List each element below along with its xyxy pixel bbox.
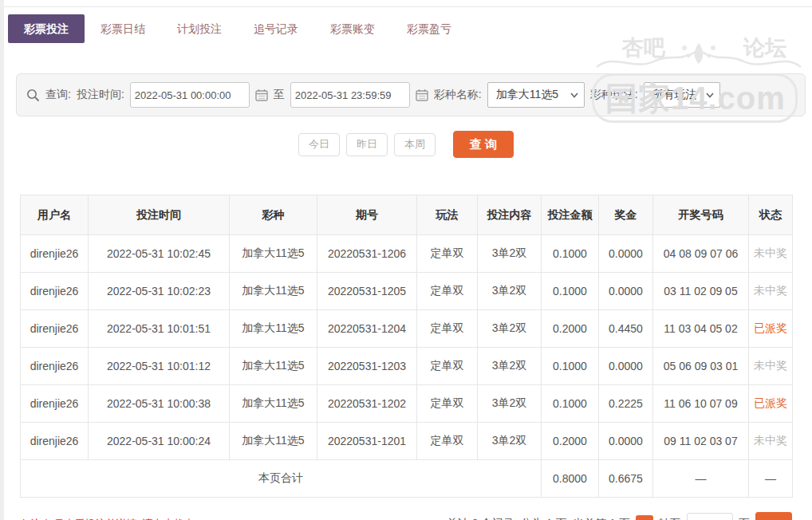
cell-lottery: 加拿大11选5 (230, 348, 317, 385)
cell-user: direnjie26 (21, 348, 89, 385)
search-button[interactable]: 查 询 (453, 131, 514, 158)
cell-play: 定单双 (417, 310, 478, 348)
column-header: 期号 (317, 195, 417, 235)
cell-numbers: 11 03 04 05 02 (653, 310, 749, 348)
table-row: direnjie262022-05-31 10:00:24加拿大11选52022… (21, 423, 793, 460)
cell-time: 2022-05-31 10:02:23 (89, 273, 230, 310)
column-header: 投注时间 (89, 195, 230, 235)
tab-4[interactable]: 彩票账变 (314, 14, 391, 43)
table-row: direnjie262022-05-31 10:02:45加拿大11选52022… (21, 235, 793, 273)
cell-issue: 20220531-1202 (317, 385, 417, 423)
cell-numbers: 11 06 10 07 09 (653, 385, 749, 423)
play-select[interactable]: 所有玩法 (644, 82, 720, 108)
play-type-label: 彩种玩法: (590, 88, 638, 102)
cell-issue: 20220531-1204 (317, 310, 417, 348)
go-button[interactable]: GO (755, 512, 792, 520)
column-header: 投注金额 (542, 195, 599, 235)
cell-status[interactable]: 未中奖 (749, 423, 793, 460)
page-number-input[interactable] (687, 513, 733, 520)
cell-prize: 0.4450 (599, 310, 653, 348)
time-from-input[interactable] (130, 82, 250, 108)
lottery-select[interactable]: 加拿大11选5 (487, 82, 585, 108)
cell-time: 2022-05-31 10:00:38 (89, 385, 230, 423)
page-unit-label: 页 (739, 517, 750, 520)
cell-prize: 0.0000 (599, 348, 653, 385)
cell-content: 3单2双 (478, 273, 542, 310)
summary-amount: 0.8000 (542, 460, 599, 498)
cell-lottery: 加拿大11选5 (230, 235, 317, 273)
tab-0[interactable]: 彩票投注 (8, 14, 85, 43)
summary-draw-dash: — (653, 460, 749, 498)
yesterday-button[interactable]: 昨日 (346, 133, 388, 156)
top-divider (0, 6, 812, 7)
week-button[interactable]: 本周 (394, 133, 436, 156)
cell-numbers: 09 11 02 03 07 (653, 423, 749, 460)
cell-time: 2022-05-31 10:02:45 (89, 235, 230, 273)
tab-5[interactable]: 彩票盈亏 (391, 14, 467, 43)
cell-status[interactable]: 未中奖 (749, 235, 793, 273)
cell-content: 3单2双 (478, 310, 542, 348)
cell-status[interactable]: 已派奖 (749, 310, 793, 348)
cell-status[interactable]: 已派奖 (749, 385, 793, 423)
cell-prize: 0.0000 (599, 423, 653, 460)
cell-issue: 20220531-1206 (317, 235, 417, 273)
query-label: 查询: (45, 88, 71, 102)
table-row: direnjie262022-05-31 10:01:51加拿大11选52022… (21, 310, 793, 348)
lottery-name-label: 彩种名称: (434, 88, 482, 102)
records-summary: 总计 6 个记录, 分为 1 页, 当前第 1 页 (447, 517, 630, 520)
filter-bar: 查询: 投注时间: 至 彩种名称: 加拿大11选5 彩种玩法: 所有玩法 (16, 73, 806, 116)
calendar-icon[interactable] (416, 89, 428, 101)
cell-content: 3单2双 (478, 348, 542, 385)
time-to-input[interactable] (290, 82, 410, 108)
column-header: 用户名 (21, 195, 89, 235)
table-body: direnjie262022-05-31 10:02:45加拿大11选52022… (21, 235, 793, 460)
cell-prize: 0.0000 (599, 235, 653, 273)
chevron-down-icon (570, 90, 579, 100)
cell-user: direnjie26 (21, 310, 89, 348)
summary-status-dash: — (749, 460, 793, 498)
cell-issue: 20220531-1205 (317, 273, 417, 310)
footer: 备注:如需查看投注单详情, 请点击状态 总计 6 个记录, 分为 1 页, 当前… (20, 512, 792, 520)
pagination: 总计 6 个记录, 分为 1 页, 当前第 1 页 1 转至 页 GO (447, 512, 793, 520)
cell-user: direnjie26 (21, 273, 89, 310)
search-icon (26, 89, 40, 102)
tab-bar: 彩票投注彩票日结计划投注追号记录彩票账变彩票盈亏 (8, 14, 812, 43)
play-select-value: 所有玩法 (652, 88, 697, 102)
to-label: 至 (274, 88, 285, 102)
cell-play: 定单双 (417, 348, 478, 385)
cell-content: 3单2双 (478, 423, 542, 460)
cell-issue: 20220531-1203 (317, 348, 417, 385)
summary-row: 本页合计 0.8000 0.6675 — — (21, 460, 793, 498)
quick-buttons-row: 今日 昨日 本周 查 询 (0, 131, 812, 158)
calendar-icon[interactable] (255, 89, 268, 101)
cell-amount: 0.2000 (542, 310, 599, 348)
cell-amount: 0.1000 (542, 273, 599, 310)
cell-amount: 0.1000 (542, 235, 599, 273)
column-header: 状态 (749, 195, 793, 235)
cell-status[interactable]: 未中奖 (749, 348, 793, 385)
column-header: 彩种 (230, 195, 317, 235)
current-page-badge[interactable]: 1 (636, 515, 653, 520)
cell-prize: 0.0000 (599, 273, 653, 310)
tab-1[interactable]: 彩票日结 (85, 14, 161, 43)
cell-status[interactable]: 未中奖 (749, 273, 793, 310)
table-row: direnjie262022-05-31 10:00:38加拿大11选52022… (21, 385, 793, 423)
today-button[interactable]: 今日 (298, 133, 340, 156)
cell-amount: 0.1000 (542, 385, 599, 423)
cell-play: 定单双 (417, 235, 478, 273)
cell-issue: 20220531-1201 (317, 423, 417, 460)
lottery-select-value: 加拿大11选5 (496, 88, 558, 102)
bet-records-table: 用户名投注时间彩种期号玩法投注内容投注金额奖金开奖号码状态 direnjie26… (20, 195, 793, 498)
column-header: 投注内容 (478, 195, 542, 235)
goto-label: 转至 (659, 517, 681, 520)
cell-lottery: 加拿大11选5 (230, 273, 317, 310)
tab-2[interactable]: 计划投注 (161, 14, 238, 43)
table-row: direnjie262022-05-31 10:02:23加拿大11选52022… (21, 273, 793, 310)
tab-3[interactable]: 追号记录 (238, 14, 314, 43)
cell-numbers: 03 11 02 09 05 (653, 273, 749, 310)
cell-numbers: 04 08 09 07 06 (653, 235, 749, 273)
cell-time: 2022-05-31 10:01:51 (89, 310, 230, 348)
cell-lottery: 加拿大11选5 (230, 423, 317, 460)
left-edge-strip (0, 0, 4, 520)
cell-play: 定单双 (417, 385, 478, 423)
